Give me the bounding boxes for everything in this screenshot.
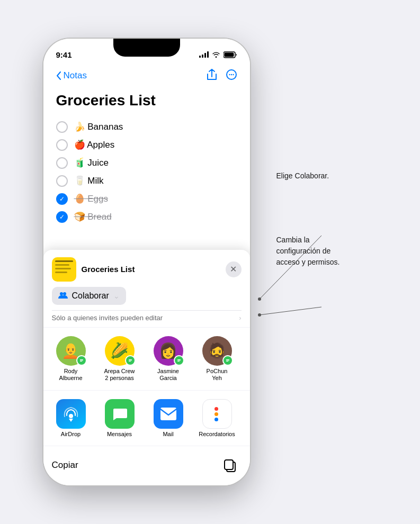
list-item: 🧃 Juice — [56, 154, 237, 172]
svg-point-3 — [229, 74, 230, 75]
signal-icon — [199, 51, 209, 58]
access-text: Sólo a quienes invites pueden editar — [52, 314, 163, 322]
checkbox-bananas[interactable] — [56, 121, 68, 133]
mail-icon — [154, 399, 183, 429]
messages-app[interactable]: Mensajes — [101, 399, 139, 437]
reminders-icon — [202, 399, 232, 429]
list-item: ✓ 🥚 Eggs — [56, 190, 237, 208]
contact-name-arepa: Arepa Crew2 personas — [104, 368, 135, 382]
colaborar-icon — [58, 291, 68, 301]
battery-icon — [224, 51, 237, 58]
share-doc-info: Groceries List — [52, 257, 135, 282]
mail-app[interactable]: Mail — [149, 399, 187, 437]
colaborar-label: Colaborar — [72, 291, 109, 301]
contacts-section: 🧑‍🦲 RodyAlbuerne 🌽 — [43, 328, 250, 390]
apps-section: AirDrop Mensajes — [43, 391, 250, 446]
svg-point-7 — [63, 292, 66, 295]
checkbox-bread[interactable]: ✓ — [56, 211, 68, 223]
checklist: 🍌 Bananas 🍎 Apples 🧃 Juice 🥛 Milk ✓ 🥚 Eg — [56, 118, 237, 226]
checkbox-eggs[interactable]: ✓ — [56, 193, 68, 205]
status-icons — [199, 51, 237, 58]
message-badge-jasmine — [174, 355, 184, 366]
list-item: ✓ 🍞 Bread — [56, 208, 237, 226]
airdrop-icon — [56, 399, 86, 429]
svg-point-12 — [69, 414, 73, 418]
share-doc-title: Groceries List — [82, 265, 135, 274]
chevron-down-icon: ⌄ — [113, 292, 120, 300]
reminders-app[interactable]: Recordatorios — [198, 399, 236, 437]
mail-label: Mail — [163, 431, 173, 437]
reminders-label: Recordatorios — [199, 431, 235, 437]
svg-point-5 — [233, 74, 234, 75]
annotation-access: Cambia laconfiguración deacceso y permis… — [276, 234, 340, 268]
list-item: 🍌 Bananas — [56, 118, 237, 136]
copy-icon-button[interactable] — [218, 454, 242, 477]
svg-point-4 — [230, 74, 231, 75]
messages-label: Mensajes — [107, 431, 132, 437]
list-item: 🥛 Milk — [56, 172, 237, 190]
avatar-wrap-pochun: 🧔 — [202, 336, 232, 366]
note-title: Groceries List — [56, 92, 237, 110]
checkbox-apples[interactable] — [56, 139, 68, 151]
messages-icon — [105, 399, 135, 429]
share-button[interactable] — [207, 69, 217, 83]
note-thumbnail-icon — [52, 257, 76, 282]
checkbox-juice[interactable] — [56, 157, 68, 169]
list-item: 🍎 Apples — [56, 136, 237, 154]
access-settings-row[interactable]: Sólo a quienes invites pueden editar › — [52, 310, 242, 327]
svg-point-6 — [60, 292, 63, 295]
status-time: 9:41 — [56, 50, 72, 59]
contact-jasmine[interactable]: 👩 JasmineGarcia — [149, 336, 187, 382]
share-header: Groceries List ✕ Colaborar ⌄ Sólo a quie… — [43, 250, 250, 327]
nav-bar: Notas — [56, 64, 237, 87]
back-button[interactable]: Notas — [56, 70, 87, 81]
back-label: Notas — [64, 70, 87, 81]
avatar-wrap-jasmine: 👩 — [154, 336, 183, 366]
annotation-line-colaborar — [271, 144, 377, 208]
contact-pochun[interactable]: 🧔 PoChunYeh — [198, 336, 236, 382]
avatar-wrap-rody: 🧑‍🦲 — [56, 336, 86, 366]
contact-rody[interactable]: 🧑‍🦲 RodyAlbuerne — [52, 336, 90, 382]
copy-label[interactable]: Copiar — [52, 460, 78, 471]
access-chevron-icon: › — [239, 314, 241, 322]
close-button[interactable]: ✕ — [226, 261, 242, 277]
svg-rect-1 — [224, 52, 234, 57]
contact-name-jasmine: JasmineGarcia — [157, 368, 179, 382]
share-sheet: Groceries List ✕ Colaborar ⌄ Sólo a quie… — [43, 250, 250, 485]
checkbox-milk[interactable] — [56, 175, 68, 187]
airdrop-app[interactable]: AirDrop — [52, 399, 90, 437]
contact-name-pochun: PoChunYeh — [207, 368, 228, 382]
contacts-row: 🧑‍🦲 RodyAlbuerne 🌽 — [52, 336, 242, 382]
svg-rect-15 — [225, 460, 233, 469]
message-badge-arepa — [125, 355, 136, 366]
message-badge-rody — [76, 355, 87, 366]
svg-rect-13 — [160, 408, 176, 420]
contact-arepa[interactable]: 🌽 Arepa Crew2 personas — [101, 336, 139, 382]
avatar-wrap-arepa: 🌽 — [105, 336, 135, 366]
wifi-icon — [212, 51, 220, 58]
apps-row: AirDrop Mensajes — [52, 399, 242, 437]
contact-name-rody: RodyAlbuerne — [59, 368, 82, 382]
bottom-row: Copiar — [43, 446, 250, 485]
airdrop-label: AirDrop — [61, 431, 81, 437]
nav-actions — [207, 69, 237, 83]
more-button[interactable] — [226, 69, 237, 83]
colaborar-button[interactable]: Colaborar ⌄ — [52, 287, 126, 305]
message-badge-pochun — [222, 355, 233, 366]
